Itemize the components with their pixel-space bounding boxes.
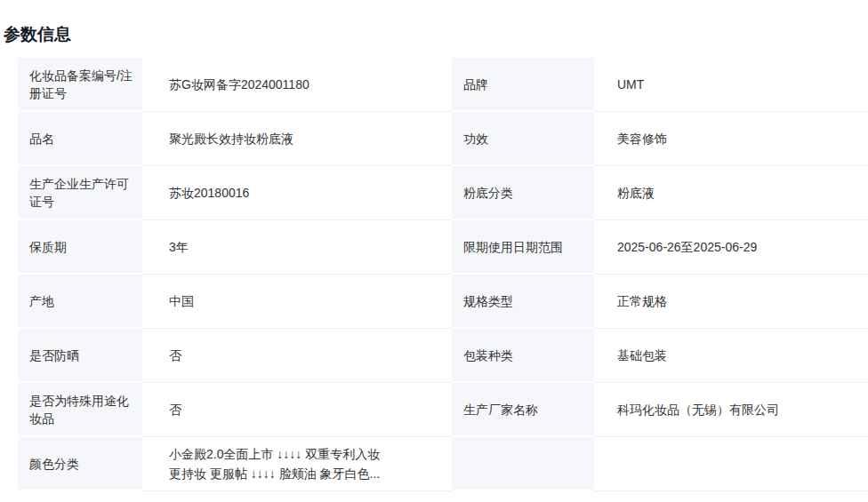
param-value-product-name: 聚光殿长效持妆粉底液	[142, 112, 452, 166]
param-value-spec-type: 正常规格	[594, 275, 868, 329]
param-value-text: 苏G妆网备字2024001180	[169, 75, 309, 94]
param-label-text: 是否防晒	[29, 347, 79, 364]
param-value-text: 基础包装	[617, 346, 667, 365]
param-value-text: 2025-06-26至2025-06-29	[617, 237, 757, 257]
param-value-production-license: 苏妆20180016	[142, 166, 452, 220]
param-value-sunscreen: 否	[142, 329, 452, 383]
param-value-foundation-type: 粉底液	[594, 166, 868, 220]
param-label-spec-type: 规格类型	[452, 275, 594, 329]
param-label-text: 保质期	[29, 238, 67, 256]
param-value-effect: 美容修饰	[594, 112, 868, 166]
param-label-origin: 产地	[18, 275, 142, 329]
param-value-text: 粉底液	[617, 183, 655, 203]
param-label-text: 生产厂家名称	[463, 401, 538, 418]
param-label-package-type: 包装种类	[452, 329, 594, 383]
param-value-text: 科玛化妆品（无锡）有限公司	[617, 400, 779, 419]
param-value-color-category: 小金殿2.0全面上市 ↓↓↓↓ 双重专利入妆 更持妆 更服帖 ↓↓↓↓ 脸颊油 …	[142, 437, 452, 491]
params-table: 化妆品备案编号/注册证号 苏G妆网备字2024001180 品牌 UMT 品名 …	[18, 58, 868, 491]
param-value-text: 美容修饰	[617, 129, 667, 148]
param-label-manufacturer: 生产厂家名称	[452, 383, 594, 437]
param-label-reg-number: 化妆品备案编号/注册证号	[18, 58, 142, 112]
param-value-text: 3年	[169, 237, 189, 257]
param-value-special-purpose: 否	[142, 383, 452, 437]
param-value-text: 苏妆20180016	[169, 183, 249, 203]
param-label-text: 生产企业生产许可证号	[29, 175, 135, 211]
param-label-foundation-type: 粉底分类	[452, 166, 594, 220]
param-label-text: 规格类型	[463, 292, 513, 310]
section-title: 参数信息	[4, 24, 71, 45]
param-label-shelf-life: 保质期	[18, 220, 142, 275]
param-value-use-by-date-range: 2025-06-26至2025-06-29	[594, 220, 868, 275]
param-label-product-name: 品名	[18, 112, 142, 166]
param-label-text: 包装种类	[463, 347, 513, 364]
param-label-text: 限期使用日期范围	[463, 238, 563, 256]
param-value-text: 聚光殿长效持妆粉底液	[169, 129, 293, 148]
param-label-text: 化妆品备案编号/注册证号	[29, 67, 135, 102]
product-params-page: 参数信息 化妆品备案编号/注册证号 苏G妆网备字2024001180 品牌 UM…	[0, 0, 868, 502]
param-label-text: 粉底分类	[463, 184, 513, 202]
param-label-brand: 品牌	[452, 58, 594, 112]
param-value-text: 否	[169, 400, 181, 419]
param-label-text: 产地	[29, 292, 54, 310]
param-label-text: 品名	[29, 130, 54, 147]
param-value-origin: 中国	[142, 275, 452, 329]
param-value-shelf-life: 3年	[142, 220, 452, 275]
param-value-text: 正常规格	[617, 291, 667, 311]
param-label-empty	[452, 437, 594, 491]
param-label-special-purpose: 是否为特殊用途化妆品	[18, 383, 142, 437]
param-value-manufacturer: 科玛化妆品（无锡）有限公司	[594, 383, 868, 437]
param-label-effect: 功效	[452, 112, 594, 166]
param-value-reg-number: 苏G妆网备字2024001180	[142, 58, 452, 112]
param-value-package-type: 基础包装	[594, 329, 868, 383]
param-value-brand: UMT	[594, 58, 868, 112]
param-value-text: 小金殿2.0全面上市 ↓↓↓↓ 双重专利入妆 更持妆 更服帖 ↓↓↓↓ 脸颊油 …	[169, 444, 380, 483]
param-label-text: 功效	[463, 130, 488, 147]
param-value-text: 中国	[169, 291, 194, 311]
param-label-production-license: 生产企业生产许可证号	[18, 166, 142, 220]
param-value-text: UMT	[617, 75, 644, 94]
param-label-use-by-date-range: 限期使用日期范围	[452, 220, 594, 275]
param-label-text: 品牌	[463, 76, 488, 93]
param-label-sunscreen: 是否防晒	[18, 329, 142, 383]
param-label-color-category: 颜色分类	[18, 437, 142, 491]
param-label-text: 颜色分类	[29, 455, 79, 473]
param-label-text: 是否为特殊用途化妆品	[29, 392, 135, 427]
param-value-empty	[594, 437, 868, 491]
param-value-text: 否	[169, 346, 181, 365]
